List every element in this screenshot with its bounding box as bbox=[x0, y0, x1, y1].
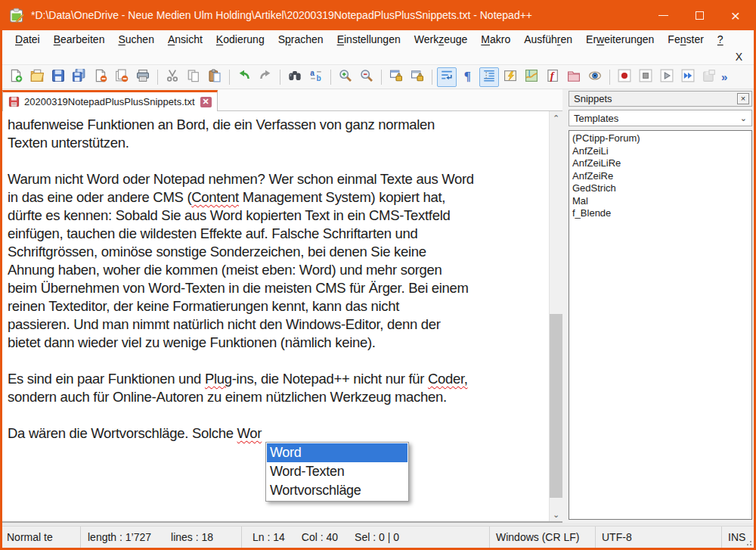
main-area: 20200319NotepadPlusPlusSnippets.txt ✕ ha… bbox=[2, 89, 754, 523]
sync-vertical-scroll-icon bbox=[389, 69, 403, 85]
toolbar-separator bbox=[229, 70, 230, 85]
macro-stop-button[interactable] bbox=[636, 67, 655, 87]
scroll-up-icon[interactable]: ⌃ bbox=[550, 111, 562, 125]
maximize-button[interactable] bbox=[681, 0, 717, 30]
toolbar: ab¶f» bbox=[2, 64, 754, 89]
text-editor[interactable]: haufenweise Funktionen an Bord, die ein … bbox=[2, 111, 549, 521]
monitoring-button[interactable] bbox=[585, 67, 605, 87]
menu-item-einstellungen[interactable]: Einstellungen bbox=[330, 32, 407, 47]
editor-line: Schriftgrössen, ominöse sonstige Sonderz… bbox=[8, 243, 549, 261]
snippet-item[interactable]: AnfZeiRe bbox=[572, 170, 751, 183]
menu-item-werkzeuge[interactable]: Werkzeuge bbox=[407, 32, 475, 47]
close-button[interactable]: × bbox=[717, 0, 754, 30]
autocomplete-item[interactable]: Word-Texten bbox=[267, 462, 407, 481]
macro-play-button[interactable] bbox=[657, 67, 677, 87]
close-icon: × bbox=[731, 8, 740, 23]
toolbar-separator bbox=[609, 70, 610, 85]
menu-item-fenster[interactable]: Fenster bbox=[661, 32, 710, 47]
editor-line: Warum nicht Word oder Notepad nehmen? We… bbox=[8, 170, 549, 188]
menu-item-ausfhren[interactable]: Ausführen bbox=[517, 32, 579, 47]
snippets-close-icon[interactable]: × bbox=[737, 93, 749, 104]
tab-document[interactable]: 20200319NotepadPlusPlusSnippets.txt ✕ bbox=[2, 90, 218, 111]
snippet-item[interactable]: AnfZeiLiRe bbox=[572, 157, 751, 170]
menu-item-datei[interactable]: Datei bbox=[8, 32, 47, 47]
paste-button[interactable] bbox=[205, 67, 225, 87]
zoom-out-button[interactable] bbox=[357, 67, 376, 87]
maximize-icon bbox=[696, 11, 704, 20]
redo-button[interactable] bbox=[256, 67, 275, 87]
editor-vertical-scrollbar[interactable]: ⌃ ⌄ bbox=[549, 111, 562, 521]
copy-button[interactable] bbox=[184, 67, 203, 87]
window-title: *D:\Data\OneDrive - Neue Medien Ulm Hold… bbox=[31, 9, 645, 21]
sync-vertical-scroll-button[interactable] bbox=[386, 67, 406, 87]
redo-icon bbox=[259, 69, 272, 85]
editor-line: passieren. Und man nimmt natürlich nicht… bbox=[8, 315, 549, 334]
save-all-button[interactable] bbox=[70, 67, 89, 87]
zoom-in-button[interactable] bbox=[336, 67, 355, 87]
menu-item-kodierung[interactable]: Kodierung bbox=[209, 32, 271, 47]
editor-line bbox=[8, 152, 549, 170]
unsaved-floppy-icon bbox=[8, 96, 20, 107]
menu-item-bearbeiten[interactable]: Bearbeiten bbox=[47, 32, 112, 47]
tab-close-icon[interactable]: ✕ bbox=[200, 97, 212, 107]
undo-button[interactable] bbox=[234, 67, 254, 87]
snippets-list: (PCtipp-Forum)AnfZeiLiAnfZeiLiReAnfZeiRe… bbox=[569, 130, 752, 520]
snippet-item[interactable]: AnfZeiLi bbox=[572, 145, 751, 158]
scroll-down-icon[interactable]: ⌄ bbox=[550, 508, 562, 521]
close-file-button[interactable] bbox=[91, 67, 110, 87]
snippet-item[interactable]: Mal bbox=[572, 195, 751, 208]
minimize-button[interactable] bbox=[645, 0, 681, 30]
misspelled-word: Coder, bbox=[428, 371, 468, 387]
monitoring-icon bbox=[588, 69, 602, 85]
macro-record-button[interactable] bbox=[615, 67, 634, 87]
macro-run-multiple-icon bbox=[681, 69, 695, 85]
misspelled-word: Plug bbox=[205, 371, 232, 387]
resize-grip-icon[interactable] bbox=[745, 539, 752, 546]
open-file-button[interactable] bbox=[27, 67, 47, 87]
find-button[interactable] bbox=[285, 67, 305, 87]
scrollbar-track[interactable] bbox=[550, 125, 562, 508]
editor-line: Ahnung haben, woher die kommen (meist eb… bbox=[8, 261, 549, 279]
svg-text:b: b bbox=[317, 74, 321, 82]
autocomplete-item[interactable]: Wortvorschläge bbox=[267, 481, 407, 500]
menu-item-makro[interactable]: Makro bbox=[474, 32, 517, 47]
sync-horizontal-scroll-button[interactable] bbox=[407, 67, 427, 87]
folder-as-workspace-icon bbox=[567, 69, 581, 85]
minimize-icon bbox=[658, 15, 668, 16]
editor-line: Texten unterstützen. bbox=[8, 134, 549, 152]
status-lines: lines : 18 bbox=[171, 531, 213, 543]
close-all-button[interactable] bbox=[112, 67, 132, 87]
folder-as-workspace-button[interactable] bbox=[564, 67, 584, 87]
function-list-button[interactable]: f bbox=[543, 67, 562, 87]
toolbar-separator bbox=[330, 70, 331, 85]
snippet-item[interactable]: (PCtipp-Forum) bbox=[572, 132, 751, 145]
replace-button[interactable]: ab bbox=[306, 67, 326, 87]
menu-item-suchen[interactable]: Suchen bbox=[111, 32, 161, 47]
menu-item-erweiterungen[interactable]: Erweiterungen bbox=[579, 32, 661, 47]
autocomplete-item-selected[interactable]: Word bbox=[267, 443, 407, 462]
templates-dropdown[interactable]: Templates ⌄ bbox=[569, 110, 752, 126]
toolbar-overflow-icon[interactable]: » bbox=[721, 70, 727, 83]
menu-item-sprachen[interactable]: Sprachen bbox=[271, 32, 330, 47]
show-all-characters-button[interactable]: ¶ bbox=[458, 67, 478, 87]
editor-line: Es sind ein paar Funktionen und Plug-ins… bbox=[8, 370, 549, 388]
menu-item-ansicht[interactable]: Ansicht bbox=[161, 32, 209, 47]
scrollbar-thumb[interactable] bbox=[550, 314, 562, 498]
word-wrap-icon bbox=[440, 69, 454, 85]
editor-line: haufenweise Funktionen an Bord, die ein … bbox=[8, 116, 549, 134]
document-map-button[interactable] bbox=[522, 67, 541, 87]
menu-close-icon[interactable]: X bbox=[736, 51, 742, 63]
menu-item-?[interactable]: ? bbox=[711, 32, 730, 47]
notepad-plus-plus-app-icon bbox=[8, 7, 25, 23]
user-defined-language-button[interactable] bbox=[500, 67, 520, 87]
new-file-button[interactable] bbox=[6, 67, 26, 87]
macro-run-multiple-button[interactable] bbox=[678, 67, 698, 87]
print-button[interactable] bbox=[133, 67, 153, 87]
sync-horizontal-scroll-icon bbox=[411, 69, 424, 85]
word-wrap-button[interactable] bbox=[437, 67, 457, 87]
cut-button[interactable] bbox=[163, 67, 182, 87]
snippet-item[interactable]: f_Blende bbox=[572, 207, 751, 220]
indent-guide-button[interactable] bbox=[479, 67, 499, 87]
save-button[interactable] bbox=[48, 67, 68, 87]
snippet-item[interactable]: GedStrich bbox=[572, 182, 751, 195]
